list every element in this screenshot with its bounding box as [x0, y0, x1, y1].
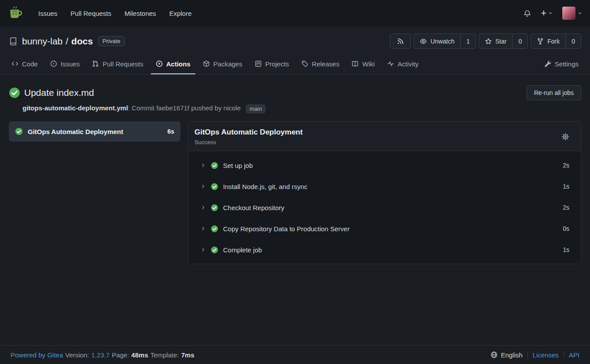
step-row-checkout[interactable]: Checkout Repository 2s — [188, 197, 581, 218]
chevron-right-icon — [201, 184, 206, 189]
create-new-menu[interactable]: + — [541, 8, 553, 18]
branch-badge[interactable]: main — [246, 104, 266, 113]
tab-actions[interactable]: Actions — [151, 54, 195, 74]
chevron-right-icon — [201, 247, 206, 252]
template-time: 7ms — [181, 351, 194, 359]
tab-wiki[interactable]: Wiki — [347, 54, 379, 74]
licenses-link[interactable]: Licenses — [533, 351, 559, 359]
commit-hash-link[interactable]: faebe1671f — [156, 104, 189, 112]
repo-owner-link[interactable]: bunny-lab — [22, 36, 62, 47]
unwatch-button[interactable]: Unwatch — [414, 34, 460, 48]
star-label: Star — [495, 38, 507, 45]
user-menu[interactable] — [562, 7, 582, 20]
tab-packages[interactable]: Packages — [198, 54, 247, 74]
api-link[interactable]: API — [569, 351, 579, 359]
step-duration: 1s — [563, 246, 569, 253]
tab-settings[interactable]: Settings — [539, 54, 583, 74]
pulse-icon — [387, 60, 394, 67]
run-title: Update index.md — [24, 87, 94, 98]
tab-label: Packages — [213, 60, 242, 68]
tab-activity[interactable]: Activity — [382, 54, 424, 74]
language-selector[interactable]: English — [491, 351, 522, 359]
watchers-count[interactable]: 1 — [460, 34, 476, 48]
repo-header: bunny-lab / docs Private Unwa — [0, 26, 590, 75]
tab-code[interactable]: Code — [7, 54, 43, 74]
job-list: GitOps Automatic Deployment 6s — [9, 121, 180, 142]
book-icon — [352, 60, 359, 67]
success-check-icon — [211, 204, 218, 211]
pull-request-icon — [92, 60, 99, 67]
chevron-down-icon — [578, 11, 582, 15]
success-check-icon — [9, 87, 20, 98]
package-icon — [203, 60, 210, 67]
gitea-logo[interactable] — [8, 5, 24, 21]
star-button-group: Star 0 — [479, 33, 528, 49]
step-duration: 2s — [563, 162, 569, 169]
job-options-button[interactable] — [561, 133, 569, 141]
tab-label: Issues — [61, 60, 80, 68]
forks-count[interactable]: 0 — [565, 34, 581, 48]
rss-icon — [397, 38, 404, 45]
run-body: GitOps Automatic Deployment 6s GitOps Au… — [9, 121, 581, 264]
job-detail-panel: GitOps Automatic Deployment Success Set … — [188, 121, 581, 264]
commit-author-link[interactable]: nicole — [224, 104, 241, 112]
workflow-file-link[interactable]: gitops-automatic-deployment.yml — [22, 104, 128, 112]
tab-issues[interactable]: Issues — [45, 54, 84, 74]
nav-issues[interactable]: Issues — [32, 0, 64, 26]
nav-pull-requests[interactable]: Pull Requests — [64, 0, 118, 26]
powered-by-gitea-link[interactable]: Powered by Gitea — [11, 351, 63, 359]
tab-label: Actions — [166, 60, 191, 68]
tab-projects[interactable]: Projects — [250, 54, 294, 74]
step-row-setup[interactable]: Set up job 2s — [188, 155, 581, 176]
step-row-copy[interactable]: Copy Repository Data to Production Serve… — [188, 218, 581, 239]
run-title-row: Update index.md Re-run all jobs — [9, 85, 581, 100]
bell-icon — [524, 10, 531, 17]
fork-icon — [537, 38, 544, 45]
tab-pull-requests[interactable]: Pull Requests — [87, 54, 148, 74]
success-check-icon — [211, 183, 218, 190]
visibility-badge: Private — [98, 36, 125, 46]
nav-milestones[interactable]: Milestones — [118, 0, 163, 26]
step-name: Install Node.js, git, and rsync — [223, 183, 308, 190]
plus-icon: + — [541, 8, 546, 18]
rss-button[interactable] — [390, 34, 410, 48]
unwatch-label: Unwatch — [430, 38, 454, 45]
star-button[interactable]: Star — [479, 34, 513, 48]
step-row-complete[interactable]: Complete job 1s — [188, 239, 581, 260]
step-row-install[interactable]: Install Node.js, git, and rsync 1s — [188, 176, 581, 197]
project-icon — [255, 60, 262, 67]
version-link[interactable]: 1.23.7 — [91, 351, 110, 359]
tab-label: Releases — [312, 60, 340, 68]
footer-divider — [528, 351, 528, 358]
repo-icon — [9, 37, 18, 46]
chevron-down-icon — [548, 11, 553, 15]
fork-button[interactable]: Fork — [531, 34, 565, 48]
gear-icon — [561, 133, 569, 141]
job-list-item[interactable]: GitOps Automatic Deployment 6s — [9, 121, 180, 142]
chevron-right-icon — [201, 163, 206, 168]
repo-title-row: bunny-lab / docs Private Unwa — [0, 26, 590, 54]
rerun-all-jobs-button[interactable]: Re-run all jobs — [527, 85, 581, 100]
fork-button-group: Fork 0 — [531, 33, 581, 49]
stars-count[interactable]: 0 — [512, 34, 528, 48]
success-check-icon — [211, 162, 218, 169]
step-duration: 0s — [563, 225, 569, 232]
nav-explore[interactable]: Explore — [163, 0, 198, 26]
tab-releases[interactable]: Releases — [297, 54, 344, 74]
footer: Powered by Gitea Version: 1.23.7 Page: 4… — [0, 345, 590, 364]
repo-actions: Unwatch 1 Star 0 — [390, 33, 581, 49]
rss-button-group — [390, 33, 411, 49]
job-steps: Set up job 2s Install Node.js, git, and … — [188, 151, 581, 264]
footer-left: Powered by Gitea Version: 1.23.7 Page: 4… — [11, 351, 194, 359]
tab-label: Wiki — [362, 60, 374, 68]
notifications-button[interactable] — [524, 10, 531, 17]
chevron-right-icon — [201, 205, 206, 210]
version-label: Version: — [65, 351, 89, 359]
fork-label: Fork — [547, 38, 560, 45]
step-name: Copy Repository Data to Production Serve… — [223, 225, 350, 233]
globe-icon — [491, 351, 498, 358]
issue-icon — [50, 60, 57, 67]
tab-label: Settings — [555, 60, 579, 68]
footer-right: English Licenses API — [491, 351, 579, 359]
repo-name-link[interactable]: docs — [71, 36, 93, 47]
